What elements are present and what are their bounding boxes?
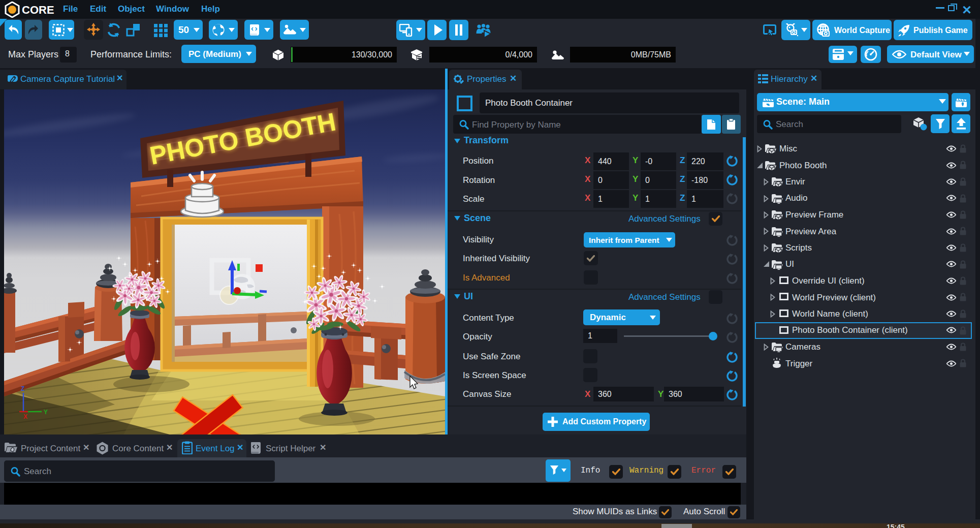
svg-text:Z: Z xyxy=(21,385,24,392)
svg-text:X: X xyxy=(23,413,27,420)
svg-text:Y: Y xyxy=(44,409,48,416)
